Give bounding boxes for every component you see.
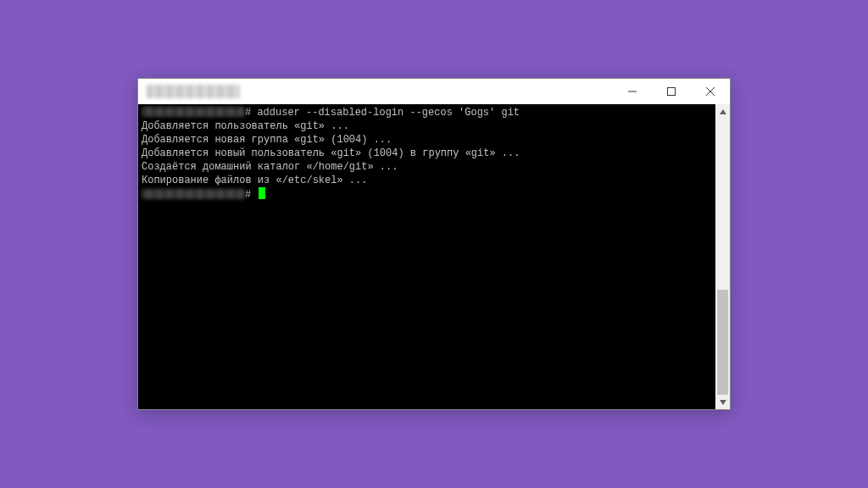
prompt-symbol: # [245,189,251,201]
window-titlebar[interactable] [138,79,730,104]
terminal-prompt-line: # adduser --disabled-login --gecos 'Gogs… [142,106,712,119]
maximize-button[interactable] [652,79,691,104]
window-controls [613,79,730,104]
hostname-obscured [142,189,245,199]
terminal-window: # adduser --disabled-login --gecos 'Gogs… [137,78,731,410]
entered-command: adduser --disabled-login --gecos 'Gogs' … [257,107,520,119]
scrollbar-thumb[interactable] [717,290,728,395]
svg-marker-4 [720,109,726,114]
svg-rect-1 [668,88,676,96]
terminal-line: Создаётся домашний каталог «/home/git» .… [142,160,712,174]
terminal-output[interactable]: # adduser --disabled-login --gecos 'Gogs… [138,104,715,409]
window-title-obscured [147,85,240,98]
terminal-cursor [259,187,265,199]
svg-marker-5 [720,400,726,405]
terminal-line: Добавляется новый пользователь «git» (10… [142,147,712,160]
hostname-obscured [142,107,245,117]
window-title-area [138,79,613,104]
scroll-down-button[interactable] [715,395,730,409]
terminal-prompt-current: # [142,187,712,202]
scrollbar-track[interactable] [715,119,730,395]
terminal-line: Добавляется новая группа «git» (1004) ..… [142,133,712,147]
window-client-area: # adduser --disabled-login --gecos 'Gogs… [138,104,730,409]
terminal-line: Копирование файлов из «/etc/skel» ... [142,174,712,187]
minimize-button[interactable] [613,79,652,104]
scroll-up-button[interactable] [715,104,730,119]
terminal-line: Добавляется пользователь «git» ... [142,119,712,133]
prompt-symbol: # [245,107,251,119]
close-button[interactable] [691,79,730,104]
vertical-scrollbar[interactable] [715,104,730,409]
